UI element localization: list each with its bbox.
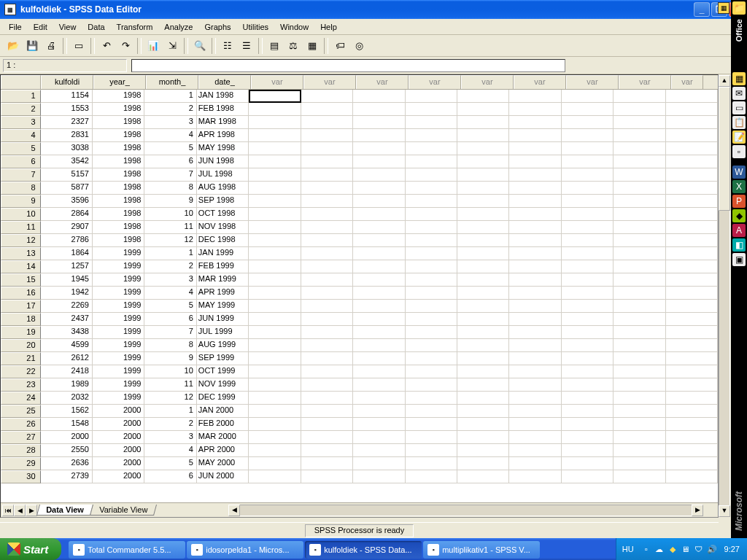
cell-empty[interactable] [562, 129, 614, 142]
cell-date[interactable]: SEP 1999 [197, 352, 249, 365]
cell-empty[interactable] [666, 431, 718, 444]
cell-empty[interactable] [509, 155, 561, 168]
cell-date[interactable]: MAY 1998 [197, 142, 249, 155]
cell-date[interactable]: OCT 1998 [197, 208, 249, 221]
col-header-var[interactable]: var [566, 75, 619, 89]
cell-empty[interactable] [457, 444, 509, 457]
taskbar-item[interactable]: ▪multiplikativ1 - SPSS V... [423, 541, 540, 559]
cell-empty[interactable] [666, 195, 718, 208]
horizontal-scrollbar[interactable]: ◀ ▶ [228, 505, 703, 516]
cell-empty[interactable] [666, 300, 718, 313]
cell-empty[interactable] [666, 116, 718, 129]
cell-empty[interactable] [666, 221, 718, 234]
menu-edit[interactable]: Edit [28, 20, 53, 34]
cell-empty[interactable] [353, 378, 405, 392]
cell-month[interactable]: 7 [144, 168, 196, 182]
cell-empty[interactable] [301, 142, 353, 155]
publisher-icon[interactable]: ◧ [732, 238, 746, 252]
cell-year[interactable]: 1998 [93, 195, 144, 208]
cell-empty[interactable] [562, 457, 614, 470]
cell-empty[interactable] [301, 116, 353, 129]
cell-kulfoldi[interactable]: 2739 [41, 470, 93, 483]
cell-empty[interactable] [301, 208, 353, 221]
cell-kulfoldi[interactable]: 1562 [41, 405, 93, 418]
cell-empty[interactable] [562, 182, 614, 195]
cell-empty[interactable] [406, 470, 457, 483]
blank-icon[interactable]: ▫ [732, 145, 746, 158]
cell-empty[interactable] [301, 103, 353, 116]
cell-empty[interactable] [353, 287, 405, 300]
variables-icon[interactable]: ☷ [219, 37, 236, 55]
cell-empty[interactable] [457, 313, 509, 326]
row-number[interactable]: 14 [1, 260, 41, 273]
cell-empty[interactable] [562, 339, 614, 352]
cell-empty[interactable] [249, 273, 301, 287]
cell-month[interactable]: 3 [144, 431, 196, 444]
cell-empty[interactable] [509, 300, 561, 313]
cell-date[interactable]: APR 2000 [197, 444, 249, 457]
cell-empty[interactable] [249, 339, 301, 352]
cell-date[interactable]: FEB 1998 [197, 103, 249, 116]
cell-month[interactable]: 11 [144, 378, 196, 392]
cell-empty[interactable] [562, 444, 614, 457]
cell-empty[interactable] [562, 208, 614, 221]
scroll-up-icon[interactable]: ▲ [719, 75, 730, 87]
cell-empty[interactable] [562, 142, 614, 155]
tab-prev-icon[interactable]: ◀ [14, 505, 26, 516]
cell-date[interactable]: DEC 1999 [197, 392, 249, 405]
cell-empty[interactable] [509, 326, 561, 339]
cell-empty[interactable] [353, 168, 405, 182]
cell-month[interactable]: 2 [144, 103, 196, 116]
cell-empty[interactable] [457, 457, 509, 470]
cell-empty[interactable] [509, 470, 561, 483]
cell-empty[interactable] [666, 155, 718, 168]
cell-empty[interactable] [666, 405, 718, 418]
cell-date[interactable]: SEP 1998 [197, 195, 249, 208]
tab-first-icon[interactable]: ⏮ [2, 505, 14, 516]
cell-empty[interactable] [457, 142, 509, 155]
cell-month[interactable]: 5 [144, 142, 196, 155]
cell-empty[interactable] [406, 431, 457, 444]
cell-empty[interactable] [457, 90, 509, 103]
row-number[interactable]: 18 [1, 313, 41, 326]
cell-kulfoldi[interactable]: 3438 [41, 326, 93, 339]
cell-month[interactable]: 1 [144, 247, 196, 260]
row-number[interactable]: 10 [1, 208, 41, 221]
cell-month[interactable]: 10 [144, 365, 196, 378]
row-number[interactable]: 6 [1, 155, 41, 168]
cell-date[interactable]: OCT 1999 [197, 365, 249, 378]
cell-kulfoldi[interactable]: 2636 [41, 457, 93, 470]
cell-empty[interactable] [301, 247, 353, 260]
cell-kulfoldi[interactable]: 2612 [41, 352, 93, 365]
outlook-icon[interactable]: ▣ [732, 253, 746, 266]
cell-year[interactable]: 2000 [93, 470, 144, 483]
cell-empty[interactable] [353, 247, 405, 260]
cell-empty[interactable] [509, 234, 561, 247]
cell-year[interactable]: 1998 [93, 221, 144, 234]
menu-help[interactable]: Help [314, 20, 343, 34]
cell-month[interactable]: 4 [144, 444, 196, 457]
cell-empty[interactable] [509, 287, 561, 300]
cell-empty[interactable] [406, 221, 457, 234]
cell-empty[interactable] [666, 287, 718, 300]
cell-year[interactable]: 1998 [93, 182, 144, 195]
cell-empty[interactable] [666, 168, 718, 182]
cell-empty[interactable] [457, 470, 509, 483]
menu-window[interactable]: Window [274, 20, 314, 34]
cell-empty[interactable] [406, 326, 457, 339]
cell-empty[interactable] [457, 103, 509, 116]
cell-date[interactable]: NOV 1999 [197, 378, 249, 392]
col-header-date[interactable]: date_ [198, 75, 251, 89]
row-number[interactable]: 2 [1, 103, 41, 116]
mail-icon[interactable]: ✉ [732, 87, 746, 100]
cell-empty[interactable] [301, 444, 353, 457]
cell-empty[interactable] [614, 168, 665, 182]
cell-empty[interactable] [614, 116, 665, 129]
cell-year[interactable]: 1998 [93, 168, 144, 182]
cell-month[interactable]: 8 [144, 182, 196, 195]
cell-empty[interactable] [249, 313, 301, 326]
cell-empty[interactable] [457, 392, 509, 405]
cell-empty[interactable] [353, 208, 405, 221]
undo-icon[interactable]: ↶ [98, 37, 115, 55]
cell-year[interactable]: 1999 [93, 392, 144, 405]
